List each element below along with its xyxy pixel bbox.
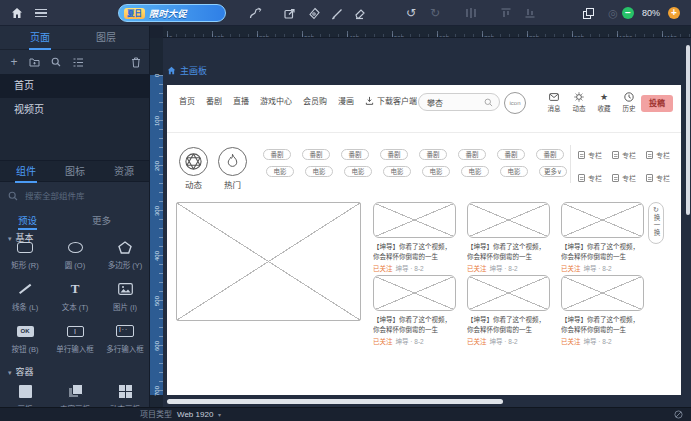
menu-icon[interactable] — [32, 0, 50, 26]
artboard-label[interactable]: 主画板 — [167, 64, 207, 77]
nav-link[interactable]: 会员购 — [303, 95, 327, 106]
column-link[interactable]: 专栏 — [646, 148, 680, 161]
followed-badge[interactable]: 已关注 — [467, 265, 487, 272]
component-polygon[interactable]: 多边形 (Y) — [100, 238, 150, 270]
tab-resources[interactable]: 资源 — [102, 161, 146, 183]
component-rectangle[interactable]: 矩形 (R) — [0, 238, 50, 270]
submit-button[interactable]: 投稿 — [641, 95, 673, 112]
component-textarea[interactable]: I··多行输入框 — [100, 322, 150, 354]
page-item-video[interactable]: 视频页 — [0, 98, 149, 122]
category-chip[interactable]: 电影 — [266, 166, 294, 177]
video-card[interactable]: 【坤导】你看了这个视频，你会释怀你倒霉的一生 已关注坤导 · 8-2 — [467, 202, 550, 272]
tab-more[interactable]: 更多 — [92, 214, 111, 230]
column-link[interactable]: 专栏 — [612, 171, 646, 184]
trash-icon[interactable] — [128, 50, 144, 74]
preview-target-icon[interactable]: ◎ — [604, 0, 622, 26]
undo-icon[interactable]: ↺ — [402, 0, 420, 26]
column-link[interactable]: 专栏 — [578, 171, 612, 184]
category-chip[interactable]: 番剧 — [380, 149, 408, 160]
tab-icons[interactable]: 图标 — [53, 161, 97, 183]
nav-action-history[interactable]: 历史 — [618, 91, 640, 113]
category-chip[interactable]: 番剧 — [419, 149, 447, 160]
component-text[interactable]: T文本 (T) — [50, 280, 100, 312]
zoom-in-button[interactable]: + — [668, 7, 680, 19]
tab-components[interactable]: 组件 — [4, 161, 48, 183]
category-chip[interactable]: 电影 — [422, 166, 450, 177]
category-chip[interactable]: 番剧 — [497, 149, 525, 160]
add-page-icon[interactable]: + — [6, 50, 22, 74]
pen-tool-icon[interactable] — [305, 0, 323, 26]
wireframe-search-box[interactable]: 攀杏 — [418, 93, 500, 111]
category-chip[interactable]: 番剧 — [302, 149, 330, 160]
video-card[interactable]: 【坤导】你看了这个视频，你会释怀你倒霉的一生 已关注坤导 · 8-2 — [561, 275, 644, 345]
video-card[interactable]: 【坤导】你看了这个视频，你会释怀你倒霉的一生 已关注坤导 · 8-2 — [373, 202, 456, 272]
refresh-list-button[interactable]: ↻ 换一换 — [648, 202, 664, 244]
eraser-tool-icon[interactable] — [350, 0, 368, 26]
category-chip[interactable]: 更多∨ — [539, 166, 567, 177]
category-chip[interactable]: 电影 — [461, 166, 489, 177]
filter-tab-hot[interactable] — [218, 147, 247, 176]
page-item-home[interactable]: 首页 — [0, 74, 149, 98]
list-view-icon[interactable] — [70, 50, 86, 74]
zoom-level[interactable]: 80% — [638, 0, 664, 26]
video-thumbnail-placeholder[interactable] — [467, 275, 550, 311]
nav-link[interactable]: 直播 — [233, 95, 249, 106]
search-pages-icon[interactable] — [48, 50, 64, 74]
vertical-scrollbar[interactable] — [686, 45, 690, 215]
component-line[interactable]: 线条 (L) — [0, 280, 50, 312]
nav-link[interactable]: 游戏中心 — [260, 95, 292, 106]
category-chip[interactable]: 番剧 — [536, 149, 564, 160]
video-thumbnail-placeholder[interactable] — [373, 202, 456, 238]
component-input[interactable]: I单行输入框 — [50, 322, 100, 354]
nav-action-messages[interactable]: 消息 — [543, 91, 565, 113]
nav-link[interactable]: 番剧 — [206, 95, 222, 106]
help-disabled-icon[interactable] — [674, 410, 683, 419]
column-link[interactable]: 专栏 — [646, 171, 680, 184]
component-ellipse[interactable]: 圆 (O) — [50, 238, 100, 270]
hero-image-placeholder[interactable] — [176, 202, 361, 321]
category-chip[interactable]: 电影 — [344, 166, 372, 177]
category-chip[interactable]: 电影 — [383, 166, 411, 177]
category-chip[interactable]: 电影 — [500, 166, 528, 177]
horizontal-scrollbar[interactable] — [167, 399, 503, 404]
video-card[interactable]: 【坤导】你看了这个视频，你会释怀你倒霉的一生 已关注坤导 · 8-2 — [373, 275, 456, 345]
distribute-horizontal-icon[interactable] — [462, 0, 480, 26]
redo-icon[interactable]: ↻ — [426, 0, 444, 26]
project-type-value[interactable]: Web 1920 — [177, 408, 213, 421]
download-client-link[interactable]: 下载客户端 — [365, 95, 417, 106]
zoom-out-button[interactable]: − — [622, 7, 634, 19]
add-folder-icon[interactable] — [26, 50, 42, 74]
category-chip[interactable]: 番剧 — [263, 149, 291, 160]
component-image[interactable]: 图片 (I) — [100, 280, 150, 312]
avatar-placeholder[interactable]: icon — [504, 92, 526, 114]
tab-presets[interactable]: 预设 — [18, 214, 37, 230]
video-thumbnail-placeholder[interactable] — [373, 275, 456, 311]
followed-badge[interactable]: 已关注 — [373, 265, 393, 272]
column-link[interactable]: 专栏 — [612, 148, 646, 161]
design-canvas[interactable]: 主画板 首页番剧直播游戏中心会员购漫画 下载客户端 攀杏 icon 消息 — [163, 38, 691, 407]
followed-badge[interactable]: 已关注 — [561, 338, 581, 345]
followed-badge[interactable]: 已关注 — [467, 338, 487, 345]
layers-icon[interactable] — [579, 0, 597, 26]
tab-layers[interactable]: 图层 — [84, 26, 128, 50]
nav-action-favorites[interactable]: ★ 收藏 — [593, 91, 615, 113]
category-chip[interactable]: 番剧 — [458, 149, 486, 160]
align-top-icon[interactable] — [497, 0, 515, 26]
category-chip[interactable]: 电影 — [305, 166, 333, 177]
video-thumbnail-placeholder[interactable] — [467, 202, 550, 238]
filter-tab-dynamic[interactable] — [179, 147, 208, 176]
component-button[interactable]: OK按钮 (B) — [0, 322, 50, 354]
video-card[interactable]: 【坤导】你看了这个视频，你会释怀你倒霉的一生 已关注坤导 · 8-2 — [467, 275, 550, 345]
home-icon[interactable] — [8, 0, 26, 26]
nav-link[interactable]: 漫画 — [338, 95, 354, 106]
nav-action-dynamic[interactable]: 动态 — [568, 91, 590, 113]
tab-pages[interactable]: 页面 — [18, 26, 62, 50]
followed-badge[interactable]: 已关注 — [561, 265, 581, 272]
nav-link[interactable]: 首页 — [179, 95, 195, 106]
video-thumbnail-placeholder[interactable] — [561, 275, 644, 311]
category-chip[interactable]: 番剧 — [341, 149, 369, 160]
column-link[interactable]: 专栏 — [578, 148, 612, 161]
component-search-input[interactable] — [23, 190, 133, 202]
section-container[interactable]: ▾容器 — [8, 366, 34, 378]
frame-export-tool-icon[interactable] — [280, 0, 298, 26]
